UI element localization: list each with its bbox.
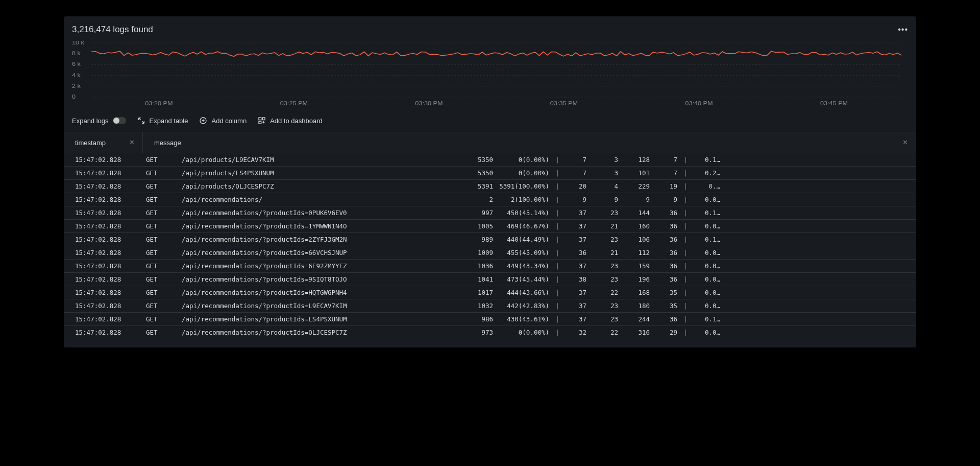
table-header: timestamp × message × xyxy=(64,132,916,153)
metric-1: 37 xyxy=(559,262,586,270)
dashboard-add-icon xyxy=(258,116,266,125)
cell-timestamp: 15:47:02.828 xyxy=(64,169,143,177)
metric-2: 3 xyxy=(586,169,618,177)
svg-text:03:35 PM: 03:35 PM xyxy=(550,101,578,106)
table-row[interactable]: 15:47:02.828GET/api/recommendations/?pro… xyxy=(64,299,916,313)
separator: | xyxy=(677,249,688,257)
column-header-message[interactable]: message × xyxy=(143,132,916,153)
separator: | xyxy=(677,329,688,336)
cell-timestamp: 15:47:02.828 xyxy=(64,196,143,203)
cell-message: GET/api/products/LS4PSXUNUM53500(0.00%)|… xyxy=(143,169,916,177)
toolbar: Expand logs Expand table Add column Add … xyxy=(64,108,916,132)
metric-3: 244 xyxy=(618,315,650,323)
table-row[interactable]: 15:47:02.828GET/api/products/LS4PSXUNUM5… xyxy=(64,167,916,180)
metric-2: 23 xyxy=(586,315,618,323)
http-method: GET xyxy=(146,182,182,190)
add-dashboard-label: Add to dashboard xyxy=(270,117,323,125)
metric-2: 9 xyxy=(586,196,618,203)
svg-rect-21 xyxy=(259,121,261,124)
column-header-timestamp[interactable]: timestamp × xyxy=(64,132,143,153)
table-row[interactable]: 15:47:02.828GET/api/recommendations/22(1… xyxy=(64,193,916,206)
metric-tail: 0.0… xyxy=(688,302,720,310)
cell-message: GET/api/recommendations/?productIds=66VC… xyxy=(143,249,916,257)
metric-4: 36 xyxy=(650,209,677,217)
metric-3: 159 xyxy=(618,262,650,270)
table-row[interactable]: 15:47:02.828GET/api/recommendations/?pro… xyxy=(64,206,916,220)
count: 997 xyxy=(468,209,493,217)
metric-1: 20 xyxy=(559,182,586,190)
expand-table-button[interactable]: Expand table xyxy=(137,116,188,125)
cell-timestamp: 15:47:02.828 xyxy=(64,289,143,296)
close-icon[interactable]: × xyxy=(901,138,910,147)
separator: | xyxy=(677,182,688,190)
table-row[interactable]: 15:47:02.828GET/api/recommendations/?pro… xyxy=(64,233,916,246)
cell-timestamp: 15:47:02.828 xyxy=(64,209,143,217)
svg-rect-20 xyxy=(262,118,265,120)
cell-message: GET/api/recommendations/?productIds=OLJC… xyxy=(143,329,916,336)
metric-1: 36 xyxy=(559,249,586,257)
fail-count: 430(43.61%) xyxy=(493,315,549,323)
metric-3: 106 xyxy=(618,236,650,243)
request-path: /api/recommendations/?productIds=2ZYFJ3G… xyxy=(182,236,468,243)
more-menu-button[interactable]: ••• xyxy=(898,25,908,34)
count: 5350 xyxy=(468,156,493,164)
table-row[interactable]: 15:47:02.828GET/api/products/L9ECAV7KIM5… xyxy=(64,153,916,167)
metric-1: 9 xyxy=(559,196,586,203)
fail-count: 444(43.66%) xyxy=(493,289,549,296)
metric-3: 144 xyxy=(618,209,650,217)
close-icon[interactable]: × xyxy=(128,138,136,147)
table-row[interactable]: 15:47:02.828GET/api/recommendations/?pro… xyxy=(64,220,916,233)
request-path: /api/recommendations/?productIds=L9ECAV7… xyxy=(182,302,468,310)
count: 1032 xyxy=(468,302,493,310)
metric-1: 37 xyxy=(559,222,586,230)
separator: | xyxy=(549,236,559,243)
metric-1: 37 xyxy=(559,209,586,217)
table-row[interactable]: 15:47:02.828GET/api/recommendations/?pro… xyxy=(64,246,916,260)
metric-4: 36 xyxy=(650,262,677,270)
metric-tail: 0.1… xyxy=(688,209,720,217)
metric-1: 37 xyxy=(559,315,586,323)
separator: | xyxy=(549,315,559,323)
metric-tail: 0.0… xyxy=(688,289,720,296)
log-panel: 3,216,474 logs found ••• 10 k8 k6 k4 k2 … xyxy=(64,16,916,347)
separator: | xyxy=(549,329,559,336)
metric-2: 22 xyxy=(586,289,618,296)
http-method: GET xyxy=(146,315,182,323)
expand-logs-toggle[interactable]: Expand logs xyxy=(72,117,126,125)
http-method: GET xyxy=(146,196,182,203)
metric-2: 3 xyxy=(586,156,618,164)
table-row[interactable]: 15:47:02.828GET/api/products/OLJCESPC7Z5… xyxy=(64,180,916,193)
table-row[interactable]: 15:47:02.828GET/api/recommendations/?pro… xyxy=(64,313,916,326)
chart-svg: 10 k8 k6 k4 k2 k0 03:20 PM03:25 PM03:30 … xyxy=(72,41,908,108)
metric-2: 4 xyxy=(586,182,618,190)
log-volume-chart[interactable]: 10 k8 k6 k4 k2 k0 03:20 PM03:25 PM03:30 … xyxy=(64,41,916,108)
cell-timestamp: 15:47:02.828 xyxy=(64,329,143,336)
count: 1009 xyxy=(468,249,493,257)
svg-text:2 k: 2 k xyxy=(72,83,81,88)
metric-4: 35 xyxy=(650,289,677,296)
add-column-button[interactable]: Add column xyxy=(199,116,247,125)
metric-4: 29 xyxy=(650,329,677,336)
table-row[interactable]: 15:47:02.828GET/api/recommendations/?pro… xyxy=(64,260,916,273)
fail-count: 2(100.00%) xyxy=(493,196,549,203)
log-table-body: 15:47:02.828GET/api/products/L9ECAV7KIM5… xyxy=(64,153,916,339)
metric-3: 9 xyxy=(618,196,650,203)
count: 1041 xyxy=(468,275,493,283)
table-row[interactable]: 15:47:02.828GET/api/recommendations/?pro… xyxy=(64,326,916,339)
count: 5350 xyxy=(468,169,493,177)
separator: | xyxy=(549,156,559,164)
separator: | xyxy=(549,249,559,257)
table-row[interactable]: 15:47:02.828GET/api/recommendations/?pro… xyxy=(64,286,916,299)
count: 1017 xyxy=(468,289,493,296)
separator: | xyxy=(677,209,688,217)
metric-2: 23 xyxy=(586,209,618,217)
request-path: /api/recommendations/?productIds=6E92ZMY… xyxy=(182,262,468,270)
svg-text:4 k: 4 k xyxy=(72,73,81,78)
fail-count: 469(46.67%) xyxy=(493,222,549,230)
toggle-icon xyxy=(113,117,126,124)
count: 986 xyxy=(468,315,493,323)
metric-4: 36 xyxy=(650,275,677,283)
add-to-dashboard-button[interactable]: Add to dashboard xyxy=(258,116,323,125)
table-row[interactable]: 15:47:02.828GET/api/recommendations/?pro… xyxy=(64,273,916,286)
separator: | xyxy=(677,222,688,230)
